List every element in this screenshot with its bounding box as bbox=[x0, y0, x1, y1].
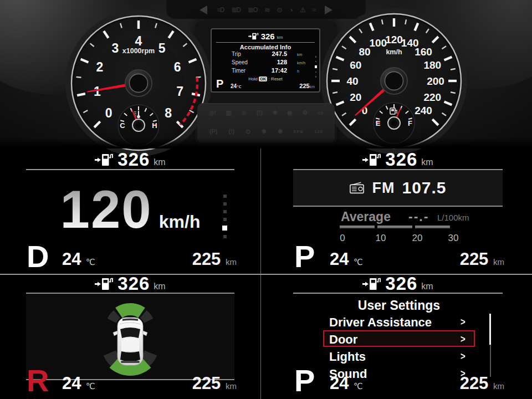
fuel-range-icon bbox=[95, 152, 114, 167]
front-sensor-zone bbox=[115, 303, 145, 318]
page-dot-active bbox=[315, 65, 318, 68]
page-dot bbox=[315, 56, 317, 58]
fuel-range-header: 326 km bbox=[215, 30, 316, 42]
lcd-trip-row: Trip247.5km bbox=[215, 50, 316, 59]
airbag-icon: ◉ bbox=[287, 109, 293, 116]
parking-brake-icon: (P) bbox=[209, 128, 218, 135]
svg-text:240: 240 bbox=[415, 105, 432, 116]
range-value: 326 bbox=[261, 32, 275, 41]
svg-text:E: E bbox=[376, 119, 381, 127]
odometer: 225 km bbox=[460, 249, 504, 269]
svg-text:1: 1 bbox=[94, 84, 101, 99]
chevron-right-icon: > bbox=[461, 350, 466, 362]
cluster-lcd: 326 km Accumulated Info Trip247.5kmSpeed… bbox=[211, 28, 320, 93]
speedometer: 020406080100120140160180200220240km/hEF bbox=[316, 3, 472, 158]
svg-text:x1000rpm: x1000rpm bbox=[122, 47, 155, 55]
fuel-range-icon bbox=[248, 32, 259, 40]
svg-text:200: 200 bbox=[427, 75, 444, 87]
svg-text:4: 4 bbox=[135, 34, 142, 48]
menu-item-door[interactable]: Door> bbox=[323, 330, 475, 347]
steering-warning-icon: ◎! bbox=[209, 109, 216, 116]
speed-value: 120 bbox=[60, 183, 152, 236]
menu-title: User Settings bbox=[323, 298, 475, 313]
radio-frequency: 107.5 bbox=[402, 178, 446, 197]
speed-unit: km/h bbox=[159, 212, 201, 232]
outside-temp: 24 ℃ bbox=[330, 374, 363, 393]
outside-temp: 24 ℃ bbox=[62, 249, 95, 269]
page-dot-active bbox=[222, 226, 227, 231]
range-unit: km bbox=[277, 35, 283, 40]
gear-indicator: P bbox=[216, 78, 223, 90]
glow-plug-icon: ⊙ bbox=[245, 128, 250, 135]
svg-text:100: 100 bbox=[369, 37, 387, 49]
average-label: Average bbox=[341, 209, 391, 224]
page-dot bbox=[223, 195, 227, 198]
fuel-range-icon bbox=[362, 152, 381, 167]
lcd-trip-row: Speed128km/h bbox=[215, 59, 316, 67]
page-dot bbox=[223, 202, 227, 206]
gear-indicator: D bbox=[27, 243, 49, 270]
epb-label: EPB bbox=[294, 129, 304, 134]
svg-text:C: C bbox=[120, 121, 125, 130]
lcd-hint: Hold OK : Reset bbox=[215, 76, 316, 81]
scrollbar-thumb[interactable] bbox=[489, 314, 491, 345]
svg-text:0: 0 bbox=[105, 106, 112, 120]
rear-fog-icon: ≋ bbox=[265, 6, 270, 14]
menu-item-lights[interactable]: Lights> bbox=[323, 347, 475, 364]
radio-icon bbox=[349, 181, 365, 195]
high-beam-icon: ≡D bbox=[217, 6, 224, 14]
status-bar: P 24 ℃ 225 km bbox=[292, 362, 504, 395]
page-indicator bbox=[315, 56, 318, 78]
svg-text:120: 120 bbox=[385, 34, 403, 45]
svg-text:40: 40 bbox=[346, 75, 358, 87]
page-dot bbox=[315, 71, 317, 73]
svg-text:3: 3 bbox=[111, 41, 119, 55]
battery-icon: ▥ bbox=[226, 109, 232, 116]
svg-text:6: 6 bbox=[174, 60, 181, 74]
odometer: 225 km bbox=[192, 374, 237, 393]
radio-info-panel: FM 107.5 bbox=[293, 169, 503, 207]
status-bar: R 24 ℃ 225 km bbox=[24, 362, 237, 395]
page-dot bbox=[223, 210, 227, 213]
svg-text:80: 80 bbox=[359, 46, 370, 58]
svg-text:2: 2 bbox=[96, 60, 103, 74]
speed-limit-label: 120 bbox=[314, 129, 323, 134]
outside-temp: 24 ℃ bbox=[330, 249, 363, 269]
fuel-range-icon bbox=[95, 277, 114, 291]
svg-text:H: H bbox=[152, 121, 157, 130]
odometer: 225km bbox=[299, 83, 315, 89]
svg-text:60: 60 bbox=[350, 59, 361, 71]
auto-headlamp-icon: ⊙ bbox=[277, 6, 282, 14]
drl-icon: ◑ bbox=[289, 6, 293, 14]
page-dot bbox=[223, 218, 227, 221]
outside-temp: 24℃ bbox=[231, 83, 242, 89]
radio-band: FM bbox=[372, 180, 395, 197]
brake-warning-icon: (!) bbox=[257, 109, 263, 116]
check-engine-icon: ⚙ bbox=[302, 109, 308, 116]
digital-speed: 120 km/h bbox=[26, 183, 234, 244]
outside-temp: 24 ℃ bbox=[62, 374, 95, 393]
gear-indicator: P bbox=[294, 367, 315, 395]
odometer: 225 km bbox=[192, 249, 237, 269]
average-unit: L/100km bbox=[437, 213, 469, 222]
svg-text:160: 160 bbox=[415, 46, 432, 58]
chevron-right-icon: > bbox=[461, 316, 466, 328]
divider bbox=[216, 42, 315, 43]
quadrant-divider-horizontal bbox=[0, 274, 532, 275]
page-dot bbox=[315, 61, 317, 63]
fuel-range-header: 326 km bbox=[26, 275, 234, 293]
master-warning-icon: ⚠ bbox=[300, 6, 305, 14]
car-top-view bbox=[113, 318, 147, 365]
svg-text:7: 7 bbox=[176, 84, 183, 99]
esc-off-icon: ✱ bbox=[278, 128, 283, 135]
menu-item-driver-assistance[interactable]: Driver Assistance> bbox=[323, 313, 475, 330]
esc-icon: ❄ bbox=[262, 128, 267, 135]
svg-text:km/h: km/h bbox=[386, 48, 402, 56]
fuel-range-header: 326 km bbox=[293, 275, 503, 293]
svg-text:20: 20 bbox=[350, 91, 361, 103]
page-indicator bbox=[222, 195, 227, 238]
fuel-range-header: 326 km bbox=[293, 151, 503, 168]
odometer: 225 km bbox=[460, 374, 504, 393]
ok-button-hint: OK bbox=[259, 76, 267, 81]
status-bar: D 24 ℃ 225 km bbox=[24, 238, 237, 270]
